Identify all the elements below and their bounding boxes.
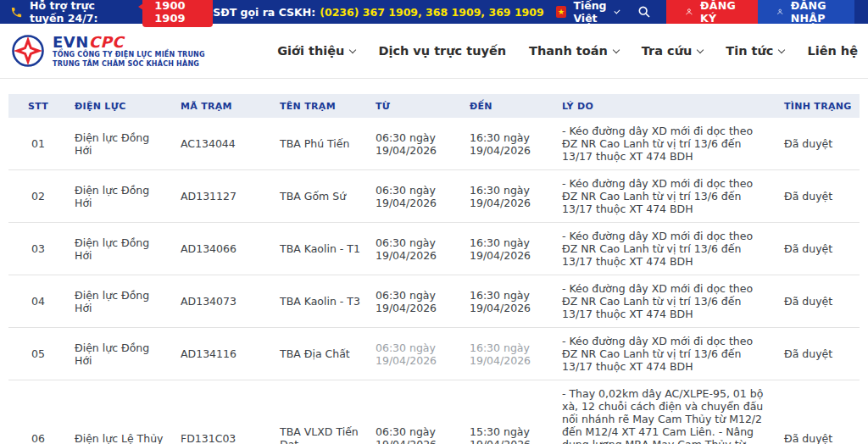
search-icon[interactable] bbox=[637, 5, 651, 19]
table-header-row: STT ĐIỆN LỰC MÃ TRẠM TÊN TRẠM TỪ ĐẾN LÝ … bbox=[8, 94, 860, 118]
nav-item-thanh-toan[interactable]: Thanh toán bbox=[529, 44, 619, 58]
cell-dien-luc: Điện lực Đồng Hới bbox=[68, 223, 174, 275]
col-header-tinh-trang: TÌNH TRẠNG bbox=[777, 94, 860, 118]
cell-den: 16:30 ngày 19/04/2026 bbox=[463, 223, 555, 275]
nav-label: Tra cứu bbox=[642, 44, 693, 58]
cell-ly-do: - Kéo đường dây XD mới đi dọc theo ĐZ NR… bbox=[555, 328, 777, 380]
cell-ten-tram: TBA VLXD Tiến Đạt bbox=[273, 380, 369, 444]
cell-ten-tram: TBA Địa Chất bbox=[273, 328, 369, 380]
cell-den: 15:30 ngày 19/04/2026 bbox=[463, 380, 555, 444]
language-label: Tiếng Việt bbox=[573, 0, 609, 25]
col-header-ma-tram: MÃ TRẠM bbox=[174, 94, 273, 118]
chevron-down-icon bbox=[613, 46, 620, 53]
cell-ten-tram: TBA Kaolin - T1 bbox=[273, 223, 369, 275]
cell-tu: 06:30 ngày 19/04/2026 bbox=[369, 275, 463, 328]
cell-ly-do: - Thay 0,02km dây AC/XLPE-95, 01 bộ xà, … bbox=[555, 380, 777, 444]
cell-stt: 04 bbox=[8, 275, 68, 328]
cell-den: 16:30 ngày 19/04/2026 bbox=[463, 118, 555, 170]
nav-label: Tin tức bbox=[726, 44, 773, 58]
cell-ma-tram: AD131127 bbox=[174, 170, 273, 223]
cell-ly-do: - Kéo đường dây XD mới đi dọc theo ĐZ NR… bbox=[555, 170, 777, 223]
cell-ten-tram: TBA Gốm Sứ bbox=[273, 170, 369, 223]
nav-item-tra-cuu[interactable]: Tra cứu bbox=[642, 44, 704, 58]
table-row: 05 Điện lực Đồng Hới AD134116 TBA Địa Ch… bbox=[8, 328, 860, 380]
login-label: ĐĂNG NHẬP bbox=[791, 0, 836, 25]
person-icon bbox=[776, 6, 784, 18]
main-nav: Giới thiệu Dịch vụ trực tuyến Thanh toán… bbox=[277, 44, 858, 58]
cell-stt: 06 bbox=[8, 380, 68, 444]
cell-den: 16:30 ngày 19/04/2026 bbox=[463, 170, 555, 223]
nav-label: Giới thiệu bbox=[277, 44, 344, 58]
col-header-ten-tram: TÊN TRẠM bbox=[273, 94, 369, 118]
col-header-stt: STT bbox=[8, 94, 68, 118]
hotline-badge[interactable]: 1900 1909 bbox=[142, 0, 213, 27]
table-row: 02 Điện lực Đồng Hới AD131127 TBA Gốm Sứ… bbox=[8, 170, 860, 223]
col-header-dien-luc: ĐIỆN LỰC bbox=[68, 94, 174, 118]
cell-ma-tram: AD134073 bbox=[174, 275, 273, 328]
phone-icon bbox=[10, 6, 23, 19]
cell-dien-luc: Điện lực Đồng Hới bbox=[68, 170, 174, 223]
cskh-label: SĐT gọi ra CSKH: bbox=[213, 6, 315, 19]
evncpc-logo[interactable]: EVNCPC TỔNG CÔNG TY ĐIỆN LỰC MIỀN TRUNG … bbox=[10, 33, 205, 69]
nav-item-lien-he[interactable]: Liên hệ bbox=[807, 44, 858, 58]
register-button[interactable]: ĐĂNG KÝ bbox=[666, 0, 758, 24]
login-button[interactable]: ĐĂNG NHẬP bbox=[758, 0, 854, 24]
person-icon bbox=[685, 6, 693, 18]
company-line1: TỔNG CÔNG TY ĐIỆN LỰC MIỀN TRUNG bbox=[53, 51, 205, 60]
brand-name: EVNCPC bbox=[53, 33, 205, 51]
cell-den: 16:30 ngày 19/04/2026 bbox=[463, 328, 555, 380]
table-row: 06 Điện lực Lệ Thủy FD131C03 TBA VLXD Ti… bbox=[8, 380, 860, 444]
col-header-tu: TỪ bbox=[369, 94, 463, 118]
cell-tu: 06:30 ngày 19/04/2026 bbox=[369, 328, 463, 380]
cell-dien-luc: Điện lực Đồng Hới bbox=[68, 275, 174, 328]
cell-dien-luc: Điện lực Lệ Thủy bbox=[68, 380, 174, 444]
company-line2: TRUNG TÂM CHĂM SÓC KHÁCH HÀNG bbox=[53, 60, 205, 69]
col-header-ly-do: LÝ DO bbox=[555, 94, 777, 118]
cell-tinh-trang: Đã duyệt bbox=[777, 275, 860, 328]
chevron-down-icon bbox=[615, 8, 620, 14]
brand-cpc: CPC bbox=[89, 33, 124, 51]
cell-tinh-trang: Đã duyệt bbox=[777, 380, 860, 444]
cell-tinh-trang: Đã duyệt bbox=[777, 118, 860, 170]
nav-label: Dịch vụ trực tuyến bbox=[378, 44, 506, 58]
cell-tinh-trang: Đã duyệt bbox=[777, 328, 860, 380]
chevron-down-icon bbox=[349, 46, 356, 53]
language-selector[interactable]: Tiếng Việt bbox=[573, 0, 619, 25]
outage-table: STT ĐIỆN LỰC MÃ TRẠM TÊN TRẠM TỪ ĐẾN LÝ … bbox=[8, 94, 860, 444]
cell-tu: 06:30 ngày 19/04/2026 bbox=[369, 380, 463, 444]
cell-ly-do: - Kéo đường dây XD mới đi dọc theo ĐZ NR… bbox=[555, 223, 777, 275]
vietnam-flag-icon bbox=[556, 6, 567, 18]
cell-stt: 01 bbox=[8, 118, 68, 170]
chevron-down-icon bbox=[697, 46, 704, 53]
cell-tu: 06:30 ngày 19/04/2026 bbox=[369, 118, 463, 170]
cell-dien-luc: Điện lực Đồng Hới bbox=[68, 328, 174, 380]
support-label: Hỗ trợ trực tuyến 24/7: bbox=[30, 0, 127, 25]
cskh-phone-block: SĐT gọi ra CSKH: (0236) 367 1909, 368 19… bbox=[213, 6, 544, 19]
support-hotline: Hỗ trợ trực tuyến 24/7: 1900 1909 bbox=[10, 0, 213, 27]
cell-ten-tram: TBA Kaolin - T3 bbox=[273, 275, 369, 328]
cell-ma-tram: AD134116 bbox=[174, 328, 273, 380]
nav-item-tin-tuc[interactable]: Tin tức bbox=[726, 44, 784, 58]
cell-ly-do: - Kéo đường dây XD mới đi dọc theo ĐZ NR… bbox=[555, 275, 777, 328]
cell-ma-tram: AD134066 bbox=[174, 223, 273, 275]
cell-dien-luc: Điện lực Đồng Hới bbox=[68, 118, 174, 170]
cell-stt: 03 bbox=[8, 223, 68, 275]
col-header-den: ĐẾN bbox=[463, 94, 555, 118]
topbar: Hỗ trợ trực tuyến 24/7: 1900 1909 SĐT gọ… bbox=[0, 0, 868, 24]
main-header: EVNCPC TỔNG CÔNG TY ĐIỆN LỰC MIỀN TRUNG … bbox=[0, 24, 868, 79]
outage-table-container: STT ĐIỆN LỰC MÃ TRẠM TÊN TRẠM TỪ ĐẾN LÝ … bbox=[8, 94, 860, 444]
cell-den: 16:30 ngày 19/04/2026 bbox=[463, 275, 555, 328]
cell-stt: 02 bbox=[8, 170, 68, 223]
cell-ten-tram: TBA Phú Tiến bbox=[273, 118, 369, 170]
cell-tinh-trang: Đã duyệt bbox=[777, 170, 860, 223]
nav-item-gioi-thieu[interactable]: Giới thiệu bbox=[277, 44, 355, 58]
cell-tu: 06:30 ngày 19/04/2026 bbox=[369, 170, 463, 223]
cell-ma-tram: FD131C03 bbox=[174, 380, 273, 444]
cell-tinh-trang: Đã duyệt bbox=[777, 223, 860, 275]
evn-star-icon bbox=[10, 33, 46, 69]
nav-item-dich-vu-truc-tuyen[interactable]: Dịch vụ trực tuyến bbox=[378, 44, 506, 58]
cell-ly-do: - Kéo đường dây XD mới đi dọc theo ĐZ NR… bbox=[555, 118, 777, 170]
cell-tu: 06:30 ngày 19/04/2026 bbox=[369, 223, 463, 275]
nav-label: Thanh toán bbox=[529, 44, 608, 58]
register-label: ĐĂNG KÝ bbox=[700, 0, 739, 25]
